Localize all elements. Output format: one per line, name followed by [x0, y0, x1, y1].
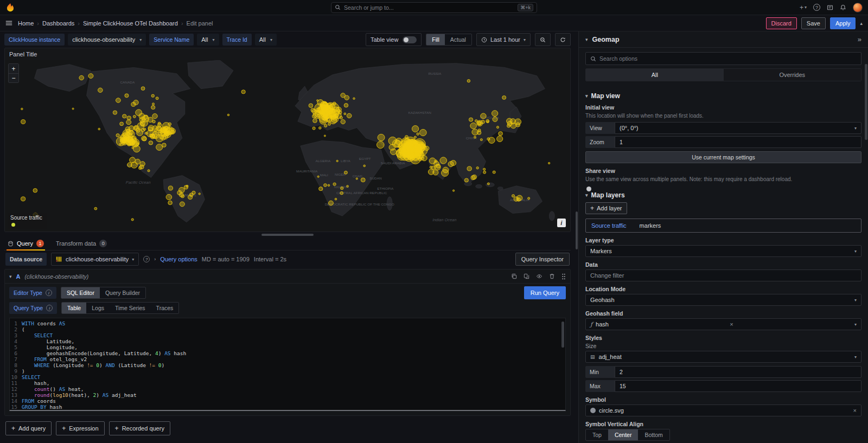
query-options-toggle[interactable]: › Query options MD = auto = 1909 Interva…: [154, 256, 286, 262]
trace-var-select[interactable]: All▾: [255, 34, 277, 46]
min-input[interactable]: [620, 369, 857, 375]
global-search[interactable]: ⌘+k: [331, 2, 537, 13]
collapse-options-icon[interactable]: ▴: [860, 21, 863, 26]
geohash-field-select[interactable]: ƒ hash × ▾: [585, 318, 861, 330]
clear-icon[interactable]: ×: [853, 407, 857, 414]
query-inspector-button[interactable]: Query Inspector: [515, 253, 570, 266]
sql-line[interactable]: 14FROM coords: [10, 398, 565, 404]
datasource-help-icon[interactable]: ?: [143, 256, 150, 262]
query-type-traces[interactable]: Traces: [151, 303, 179, 313]
tab-all[interactable]: All: [586, 69, 724, 81]
add-layer-button[interactable]: +Add layer: [585, 202, 627, 214]
grafana-logo-icon[interactable]: [5, 3, 15, 12]
sql-line[interactable]: 2(: [10, 326, 565, 332]
map-canvas[interactable]: RUSSIACANADAUNITED STATESMEXICOBRAZILKAZ…: [5, 60, 570, 232]
breadcrumb-dashboard-name[interactable]: Simple ClickHouse OTel Dashboard: [83, 20, 178, 27]
table-view-switch[interactable]: [403, 36, 417, 43]
sql-line[interactable]: 9): [10, 368, 565, 374]
options-search-input[interactable]: [599, 55, 857, 62]
sidebar-scrollbar[interactable]: [865, 64, 867, 140]
panel-resize-handle[interactable]: [261, 234, 314, 236]
instance-var-select[interactable]: clickhouse-observability▾: [68, 34, 146, 46]
breadcrumb-dashboards[interactable]: Dashboards: [42, 20, 74, 27]
user-avatar[interactable]: [853, 3, 863, 12]
zoom-out-time-button[interactable]: [535, 33, 551, 46]
sql-line[interactable]: 11 hash,: [10, 380, 565, 386]
run-query-button[interactable]: Run Query: [524, 286, 566, 299]
save-button[interactable]: Save: [801, 17, 826, 29]
add-menu-button[interactable]: +▾: [800, 4, 807, 11]
zoom-input[interactable]: [620, 139, 857, 145]
apply-button[interactable]: Apply: [830, 17, 856, 29]
breadcrumb-home[interactable]: Home: [18, 20, 34, 27]
sql-editor[interactable]: 1WITH coords AS2(3 SELECT4 Latitude,5 Lo…: [9, 318, 566, 411]
data-filter-select[interactable]: Change filter: [585, 269, 861, 281]
valign-bottom[interactable]: Bottom: [638, 429, 669, 440]
delete-query-trash-icon[interactable]: [549, 273, 555, 279]
add-query-button[interactable]: +Add query: [5, 421, 52, 435]
valign-center[interactable]: Center: [608, 429, 639, 440]
hide-response-eye-icon[interactable]: [536, 273, 542, 279]
table-view-toggle[interactable]: Table view: [366, 33, 422, 46]
editor-type-sql[interactable]: SQL Editor: [61, 287, 100, 298]
tab-transform-data[interactable]: Transform data 0: [55, 238, 108, 250]
drag-handle-icon[interactable]: [561, 273, 566, 280]
max-input[interactable]: [620, 383, 857, 389]
sql-line[interactable]: 4 Latitude,: [10, 338, 565, 344]
code-scrollbar[interactable]: [561, 322, 564, 348]
datasource-select[interactable]: clickhouse-observability ▾: [51, 253, 139, 266]
layer-item-source-traffic[interactable]: Source traffic markers: [585, 219, 861, 233]
news-icon[interactable]: [827, 4, 833, 11]
refresh-button[interactable]: [555, 33, 571, 46]
duplicate-query-icon[interactable]: [511, 273, 517, 279]
panel-header[interactable]: Panel Title: [5, 48, 570, 60]
help-icon[interactable]: ?: [813, 4, 820, 11]
use-current-map-settings-button[interactable]: Use current map settings: [585, 151, 861, 163]
location-mode-select[interactable]: Geohash▾: [585, 294, 861, 306]
section-map-layers[interactable]: ▾ Map layers: [585, 191, 861, 199]
map-zoom-in-button[interactable]: +: [9, 64, 18, 73]
copy-icon[interactable]: [524, 273, 529, 279]
sql-line[interactable]: 5 Longitude,: [10, 344, 565, 350]
query-type-logs[interactable]: Logs: [86, 303, 110, 313]
expression-button[interactable]: +Expression: [56, 421, 104, 435]
options-search[interactable]: [585, 52, 861, 65]
recorded-query-button[interactable]: +Recorded query: [109, 421, 170, 435]
display-mode-actual[interactable]: Actual: [445, 34, 471, 45]
search-input[interactable]: [344, 4, 514, 11]
view-select[interactable]: (0°, 0°)▾: [615, 122, 861, 134]
sql-line[interactable]: 1WITH coords AS: [10, 320, 565, 326]
symbol-select[interactable]: circle.svg ×: [585, 405, 861, 416]
clear-icon[interactable]: ×: [730, 321, 733, 328]
size-field-select[interactable]: ▤ adj_heat ▾: [585, 351, 861, 363]
query-type-timeseries[interactable]: Time Series: [110, 303, 151, 313]
map-attribution-info-icon[interactable]: i: [557, 219, 566, 227]
sql-line[interactable]: 12 count() AS heat,: [10, 386, 565, 392]
collapse-pane-icon[interactable]: »: [858, 35, 861, 43]
sql-line[interactable]: 3 SELECT: [10, 332, 565, 338]
service-var-select[interactable]: All▾: [197, 34, 219, 46]
tab-query[interactable]: Query 1: [7, 238, 45, 250]
chevron-down-icon[interactable]: ▾: [585, 37, 588, 42]
section-map-view[interactable]: ▾ Map view: [585, 92, 861, 100]
sql-line[interactable]: 6 geohashEncode(Longitude, Latitude, 4) …: [10, 350, 565, 356]
valign-top[interactable]: Top: [586, 429, 608, 440]
map-zoom-out-button[interactable]: −: [9, 73, 18, 82]
time-range-picker[interactable]: Last 1 hour▾: [476, 33, 531, 46]
chevron-down-icon[interactable]: ▾: [9, 274, 12, 279]
tab-overrides[interactable]: Overrides: [724, 69, 861, 81]
options-header[interactable]: ▾ Geomap »: [579, 31, 868, 48]
sql-line[interactable]: 13 round(log10(heat), 2) AS adj_heat: [10, 392, 565, 398]
query-type-table[interactable]: Table: [62, 303, 86, 313]
query-card-header[interactable]: ▾ A (clickhouse-observability): [5, 269, 570, 284]
sql-line[interactable]: 10SELECT: [10, 374, 565, 380]
hamburger-menu-icon[interactable]: [5, 20, 12, 26]
display-mode-fill[interactable]: Fill: [426, 34, 444, 45]
editor-type-builder[interactable]: Query Builder: [100, 287, 145, 298]
sql-line[interactable]: 15GROUP BY hash: [10, 404, 565, 410]
sql-line[interactable]: 8 WHERE (Longitude != 0) AND (Latitude !…: [10, 362, 565, 368]
layer-type-select[interactable]: Markers▾: [585, 245, 861, 257]
sql-line[interactable]: 7 FROM otel_logs_v2: [10, 356, 565, 362]
discard-button[interactable]: Discard: [766, 17, 797, 29]
bell-icon[interactable]: [840, 4, 846, 11]
